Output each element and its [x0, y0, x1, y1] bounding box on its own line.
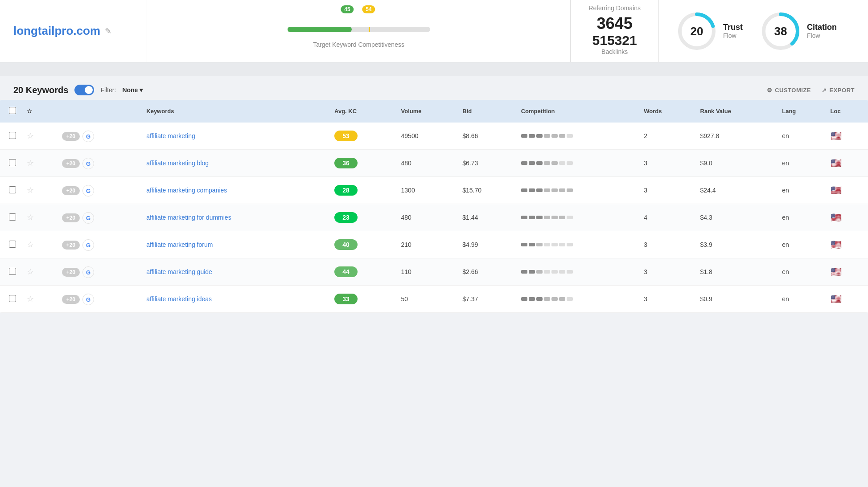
keyword-link[interactable]: affiliate marketing for dummies: [146, 214, 231, 221]
star-icon[interactable]: ☆: [27, 267, 34, 276]
row-checkbox[interactable]: [9, 295, 16, 302]
row-star-cell: ☆: [21, 177, 57, 204]
keyword-link[interactable]: affiliate marketing ideas: [146, 295, 212, 303]
row-kc-cell: 28: [329, 177, 396, 204]
row-checkbox[interactable]: [9, 132, 16, 139]
row-lang-cell: en: [777, 150, 825, 177]
comp-seg-mid: [544, 188, 550, 192]
row-words-cell: 4: [638, 204, 695, 231]
google-search-icon[interactable]: G: [82, 158, 94, 169]
star-icon[interactable]: ☆: [27, 240, 34, 249]
row-actions-cell: +20 G: [57, 123, 141, 149]
comp-seg-mid: [559, 216, 565, 219]
table-row: ☆ +20 G affiliate marketing companies 28…: [0, 177, 868, 204]
google-search-icon[interactable]: G: [82, 294, 94, 305]
row-volume-cell: 210: [396, 231, 457, 258]
row-competition-cell: [516, 204, 638, 231]
flag-icon: 🇺🇸: [831, 158, 842, 168]
row-rank-value-cell: $927.8: [695, 123, 777, 150]
row-checkbox[interactable]: [9, 159, 16, 166]
competition-bar: [521, 188, 633, 192]
select-all-checkbox[interactable]: [9, 107, 16, 114]
add-to-list-button[interactable]: +20: [62, 241, 80, 250]
add-to-list-button[interactable]: +20: [62, 132, 80, 141]
col-actions: [57, 100, 141, 123]
comp-seg-dark: [529, 188, 535, 192]
backlinks-count: 515321: [592, 33, 637, 48]
add-to-list-button[interactable]: +20: [62, 159, 80, 168]
row-kc-cell: 33: [329, 286, 396, 313]
add-to-list-button[interactable]: +20: [62, 186, 80, 195]
comp-seg-mid: [544, 216, 550, 219]
comp-seg-mid: [567, 188, 573, 192]
toolbar: 20 Keywords Filter: None ▾ ⚙ CUSTOMIZE ↗…: [0, 76, 868, 100]
row-checkbox-cell: [0, 258, 21, 286]
star-icon[interactable]: ☆: [27, 295, 34, 303]
citation-flow-item: 38 Citation Flow: [761, 11, 837, 51]
row-kc-cell: 44: [329, 258, 396, 286]
star-icon[interactable]: ☆: [27, 186, 34, 195]
kc-bar-container: 45 54: [288, 14, 430, 32]
row-loc-cell: 🇺🇸: [825, 204, 868, 231]
add-to-list-button[interactable]: +20: [62, 268, 80, 277]
google-search-icon[interactable]: G: [82, 239, 94, 251]
row-checkbox-cell: [0, 123, 21, 150]
google-search-icon[interactable]: G: [82, 131, 94, 142]
col-rank-value: Rank Value: [695, 100, 777, 123]
row-checkbox[interactable]: [9, 213, 16, 221]
row-words-cell: 3: [638, 258, 695, 286]
col-loc: Loc: [825, 100, 868, 123]
keyword-link[interactable]: affiliate marketing companies: [146, 187, 227, 194]
edit-icon[interactable]: ✎: [105, 26, 111, 36]
star-icon[interactable]: ☆: [27, 131, 34, 140]
comp-seg-dark: [529, 243, 535, 246]
comp-seg-dark: [529, 161, 535, 165]
row-bid-cell: $6.73: [457, 150, 515, 177]
comp-seg-dark: [536, 134, 543, 138]
export-button[interactable]: ↗ EXPORT: [822, 87, 855, 94]
row-rank-value-cell: $4.3: [695, 204, 777, 231]
divider-bar: [0, 62, 868, 76]
header: longtailpro.com ✎ 45 54 Target Keyword C…: [0, 0, 868, 62]
domain-name[interactable]: longtailpro.com: [13, 24, 100, 38]
google-search-icon[interactable]: G: [82, 266, 94, 278]
row-competition-cell: [516, 258, 638, 286]
keyword-link[interactable]: affiliate marketing blog: [146, 160, 209, 167]
comp-seg-light: [551, 270, 558, 274]
keywords-count: 20 Keywords: [13, 85, 68, 95]
comp-seg-mid: [544, 297, 550, 301]
row-actions-cell: +20 G: [57, 231, 141, 258]
filter-value[interactable]: None ▾: [122, 86, 143, 94]
keyword-link[interactable]: affiliate marketing forum: [146, 241, 213, 248]
row-keyword-cell: affiliate marketing guide: [141, 258, 329, 286]
keyword-link[interactable]: affiliate marketing: [146, 132, 195, 139]
comp-seg-dark: [521, 188, 527, 192]
comp-seg-light: [567, 297, 573, 301]
row-star-cell: ☆: [21, 123, 57, 150]
google-search-icon[interactable]: G: [82, 212, 94, 224]
col-competition: Competition: [516, 100, 638, 123]
row-checkbox[interactable]: [9, 268, 16, 275]
kc-badge-green: 45: [341, 5, 354, 13]
star-icon[interactable]: ☆: [27, 213, 34, 222]
row-checkbox[interactable]: [9, 186, 16, 193]
google-search-icon[interactable]: G: [82, 185, 94, 196]
header-kc-section: 45 54 Target Keyword Competitiveness: [147, 0, 571, 62]
citation-flow-circle: 38: [761, 11, 801, 51]
toggle-switch[interactable]: [74, 85, 94, 95]
kc-pill: 33: [334, 294, 358, 304]
row-rank-value-cell: $3.9: [695, 231, 777, 258]
col-checkbox: [0, 100, 21, 123]
row-rank-value-cell: $1.8: [695, 258, 777, 286]
add-to-list-button[interactable]: +20: [62, 213, 80, 222]
keyword-link[interactable]: affiliate marketing guide: [146, 268, 212, 275]
add-to-list-button[interactable]: +20: [62, 295, 80, 304]
customize-icon: ⚙: [767, 87, 773, 94]
row-checkbox-cell: [0, 231, 21, 258]
row-checkbox[interactable]: [9, 241, 16, 248]
star-icon[interactable]: ☆: [27, 159, 34, 168]
row-words-cell: 3: [638, 231, 695, 258]
row-competition-cell: [516, 177, 638, 204]
customize-button[interactable]: ⚙ CUSTOMIZE: [767, 87, 811, 94]
trust-flow-item: 20 Trust Flow: [677, 11, 743, 51]
